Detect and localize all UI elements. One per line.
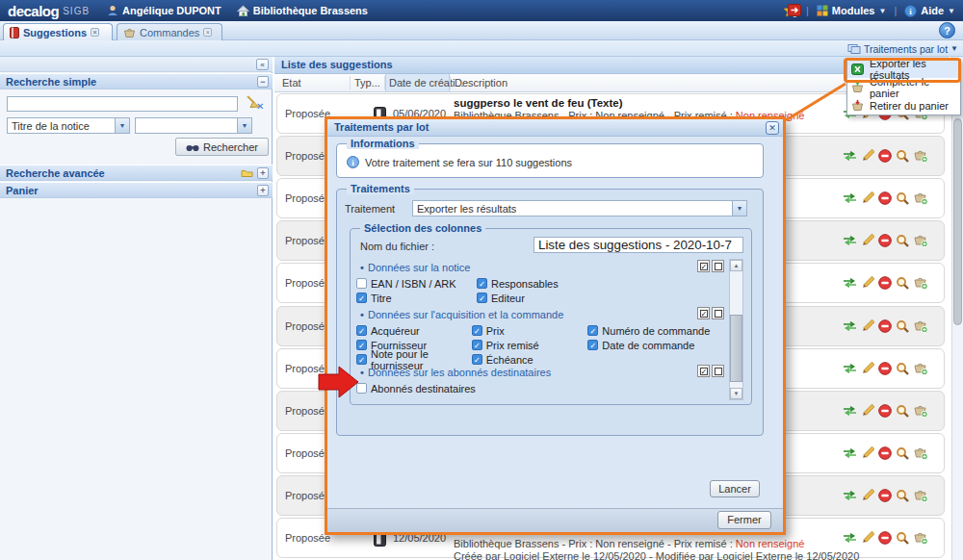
- delete-icon[interactable]: [878, 234, 892, 247]
- check-all-button[interactable]: ✓: [697, 307, 710, 319]
- search-icon[interactable]: [896, 234, 909, 247]
- check-all-button[interactable]: ✓: [697, 260, 710, 272]
- add-to-basket-icon[interactable]: [913, 531, 928, 545]
- search-icon[interactable]: [896, 404, 909, 418]
- edit-icon[interactable]: [861, 446, 874, 460]
- current-library[interactable]: Bibliothèque Brassens: [237, 5, 368, 16]
- delete-icon[interactable]: [878, 446, 892, 460]
- simple-search-input[interactable]: [7, 96, 238, 112]
- basket-panel-header[interactable]: Panier +: [0, 182, 273, 198]
- filename-input[interactable]: [534, 237, 743, 253]
- checkbox-checked-icon[interactable]: ✓: [356, 325, 367, 336]
- checkbox-checked-icon[interactable]: ✓: [472, 340, 482, 350]
- edit-icon[interactable]: [861, 489, 874, 502]
- checkbox-checked-icon[interactable]: ✓: [477, 278, 487, 289]
- suggestion-transfer-icon[interactable]: [843, 150, 857, 162]
- modules-menu[interactable]: Modules ▼: [817, 5, 887, 16]
- uncheck-all-button[interactable]: [712, 260, 724, 272]
- column-date[interactable]: Date de créati...: [389, 77, 464, 89]
- checkbox-checked-icon[interactable]: ✓: [356, 354, 367, 365]
- dialog-scrollbar[interactable]: ▲ ▼: [729, 259, 743, 400]
- close-icon[interactable]: ×: [203, 28, 212, 37]
- search-icon[interactable]: [896, 276, 909, 290]
- search-icon[interactable]: [896, 531, 909, 545]
- column-etat[interactable]: Etat: [282, 77, 301, 89]
- chevron-down-icon[interactable]: ▼: [237, 118, 251, 133]
- delete-icon[interactable]: [878, 149, 892, 163]
- logout-icon[interactable]: [788, 4, 801, 16]
- search-icon[interactable]: [896, 489, 909, 502]
- search-icon[interactable]: [896, 149, 909, 163]
- close-button[interactable]: Fermer: [717, 511, 771, 529]
- column-checkbox-item[interactable]: ✓Acquéreur: [356, 323, 472, 338]
- suggestion-transfer-icon[interactable]: [843, 447, 857, 459]
- checkbox-checked-icon[interactable]: ✓: [477, 293, 487, 303]
- column-checkbox-item[interactable]: ✓Titre: [356, 291, 477, 305]
- add-to-basket-icon[interactable]: [913, 489, 928, 502]
- edit-icon[interactable]: [861, 531, 874, 545]
- check-all-button[interactable]: ✓: [697, 365, 710, 377]
- add-to-basket-icon[interactable]: [913, 404, 928, 418]
- expand-panel-button[interactable]: +: [257, 167, 269, 179]
- search-icon[interactable]: [896, 362, 909, 375]
- advanced-search-header[interactable]: Recherche avancée +: [0, 165, 273, 181]
- suggestion-transfer-icon[interactable]: [843, 277, 857, 289]
- delete-icon[interactable]: [878, 362, 892, 375]
- column-description[interactable]: Description: [455, 77, 508, 89]
- list-scrollbar[interactable]: [951, 57, 963, 560]
- simple-search-header[interactable]: Recherche simple −: [0, 73, 273, 89]
- menu-item-remove-basket[interactable]: Retirer du panier: [847, 96, 960, 115]
- delete-icon[interactable]: [878, 319, 892, 333]
- column-checkbox-item[interactable]: ✓Date de commande: [587, 338, 726, 352]
- add-to-basket-icon[interactable]: [913, 191, 928, 205]
- search-field-select[interactable]: Titre de la notice ▼: [7, 117, 130, 134]
- suggestion-transfer-icon[interactable]: [843, 490, 857, 501]
- clear-value-icon[interactable]: ✕: [256, 101, 264, 112]
- edit-icon[interactable]: [861, 362, 874, 375]
- edit-icon[interactable]: [861, 234, 874, 247]
- suggestion-transfer-icon[interactable]: [843, 405, 857, 417]
- column-checkbox-item[interactable]: ✓Échéance: [472, 352, 588, 367]
- suggestion-transfer-icon[interactable]: [843, 192, 857, 204]
- add-to-basket-icon[interactable]: [913, 319, 928, 333]
- column-checkbox-item[interactable]: Abonnés destinataires: [356, 381, 477, 395]
- chevron-down-icon[interactable]: ▼: [732, 201, 746, 216]
- search-icon[interactable]: [896, 319, 909, 333]
- suggestion-transfer-icon[interactable]: [843, 363, 857, 374]
- tab-commandes[interactable]: Commandes ×: [117, 23, 222, 40]
- checkbox-checked-icon[interactable]: ✓: [587, 325, 598, 336]
- delete-icon[interactable]: [878, 404, 892, 418]
- expand-panel-button[interactable]: +: [257, 185, 269, 196]
- edit-icon[interactable]: [861, 191, 874, 205]
- column-checkbox-item[interactable]: ✓Prix remisé: [472, 338, 588, 352]
- checkbox-checked-icon[interactable]: ✓: [356, 340, 367, 350]
- chevron-down-icon[interactable]: ▼: [115, 118, 129, 133]
- delete-icon[interactable]: [878, 489, 892, 502]
- uncheck-all-button[interactable]: [712, 365, 724, 377]
- folder-icon[interactable]: [241, 167, 253, 178]
- checkbox-checked-icon[interactable]: ✓: [587, 340, 598, 350]
- checkbox-unchecked-icon[interactable]: [356, 278, 367, 289]
- delete-icon[interactable]: [878, 531, 892, 545]
- launch-button[interactable]: Lancer: [710, 480, 760, 497]
- scrollbar-thumb[interactable]: [730, 315, 742, 382]
- search-button[interactable]: Rechercher: [175, 138, 269, 156]
- search-icon[interactable]: [896, 191, 909, 205]
- add-to-basket-icon[interactable]: [913, 149, 928, 163]
- traitement-select[interactable]: Exporter les résultats ▼: [412, 200, 747, 216]
- checkbox-checked-icon[interactable]: ✓: [472, 354, 482, 365]
- menu-item-complete-basket[interactable]: Compléter le panier: [847, 78, 960, 96]
- add-to-basket-icon[interactable]: [913, 446, 928, 460]
- add-to-basket-icon[interactable]: [913, 276, 928, 290]
- scroll-up-icon[interactable]: ▲: [730, 260, 742, 271]
- column-checkbox-item[interactable]: ✓Editeur: [477, 291, 598, 305]
- scrollbar-thumb[interactable]: [953, 118, 962, 325]
- add-to-basket-icon[interactable]: [913, 234, 928, 247]
- checkbox-unchecked-icon[interactable]: [356, 383, 367, 394]
- column-checkbox-item[interactable]: EAN / ISBN / ARK: [356, 276, 477, 291]
- edit-icon[interactable]: [861, 276, 874, 290]
- dialog-title[interactable]: Traitements par lot: [327, 119, 783, 137]
- suggestion-transfer-icon[interactable]: [843, 532, 857, 544]
- tab-suggestions[interactable]: Suggestions ×: [3, 23, 113, 40]
- checkbox-checked-icon[interactable]: ✓: [356, 293, 367, 303]
